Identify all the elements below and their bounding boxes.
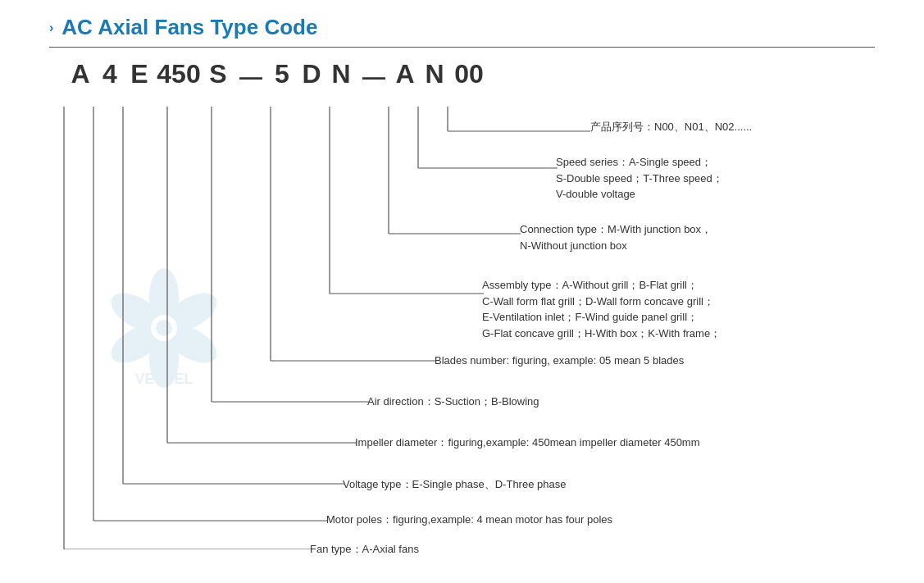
page-title: AC Axial Fans Type Code [61, 15, 317, 40]
annotation-speed-series: Speed series：A-Single speed； S-Double sp… [556, 154, 723, 203]
dash-1: — [233, 59, 267, 90]
annotation-air-direction: Air direction：S-Suction；B-Blowing [367, 394, 539, 410]
diagram-area: VENTEL [49, 82, 875, 549]
annotation-product-series: 产品序列号：N00、N01、N02...... [590, 119, 752, 135]
letter-N: N [326, 59, 356, 89]
letter-5: 5 [267, 59, 297, 89]
dash-2: — [356, 59, 390, 90]
letter-4: 4 [95, 59, 125, 89]
chevron-icon: › [49, 20, 53, 35]
annotation-impeller-diameter: Impeller diameter：figuring,example: 450m… [355, 435, 700, 451]
annotation-fan-type: Fan type：A-Axial fans [310, 541, 419, 558]
letter-S: S [203, 59, 233, 89]
letter-E: E [125, 59, 154, 89]
letter-D: D [297, 59, 326, 89]
letter-N2: N [420, 59, 449, 89]
type-code-row: A 4 E 450 S — 5 D N — A N 00 [49, 59, 875, 90]
annotation-voltage-type: Voltage type：E-Single phase、D-Three phas… [343, 476, 566, 493]
letter-A: A [66, 59, 95, 89]
annotation-connection-type: Connection type：M-With junction box， N-W… [520, 221, 712, 253]
letter-00: 00 [449, 59, 489, 89]
header-divider [49, 47, 875, 48]
annotation-assembly-type: Assembly type：A-Without grill；B-Flat gri… [482, 277, 721, 341]
annotation-blades-number: Blades number: figuring, example: 05 mea… [435, 353, 684, 369]
page-container: › AC Axial Fans Type Code A 4 E 450 S — … [0, 0, 924, 583]
annotation-motor-poles: Motor poles：figuring,example: 4 mean mot… [326, 512, 612, 528]
letter-A2: A [390, 59, 420, 89]
header: › AC Axial Fans Type Code [49, 15, 875, 40]
letter-450: 450 [154, 59, 203, 89]
